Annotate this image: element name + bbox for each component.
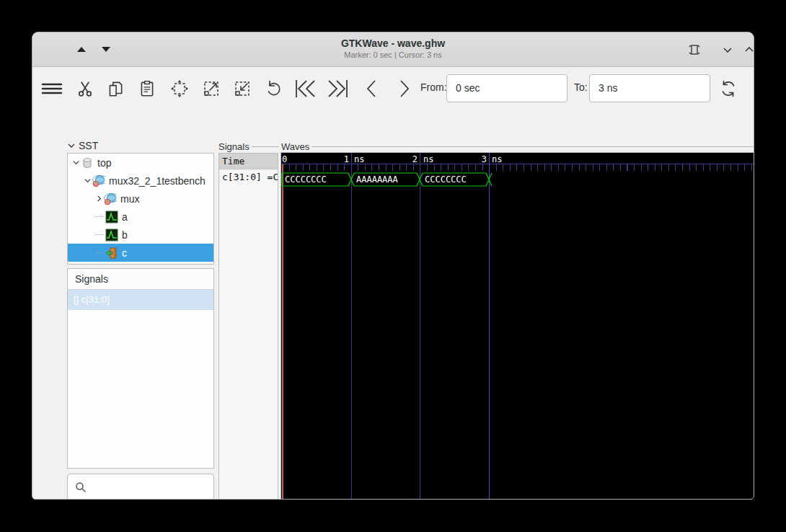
window-subtitle: Marker: 0 sec | Cursor: 3 ns <box>32 50 754 61</box>
tree-item-label: c <box>122 247 127 259</box>
prev-edge-button[interactable] <box>360 76 384 101</box>
from-label: From: <box>420 81 447 93</box>
chevron-left-icon <box>363 78 381 99</box>
zoom-fit-button[interactable] <box>167 76 192 101</box>
chevron-down-icon <box>67 141 76 150</box>
undo-button[interactable] <box>262 76 286 101</box>
zoom-fit-icon <box>169 79 190 99</box>
skip-to-end-icon <box>325 78 350 99</box>
skip-to-end-button[interactable] <box>325 76 350 101</box>
grid-line-1ns <box>351 153 352 500</box>
tree-item-label: a <box>122 211 128 223</box>
waves-panel: 0 1 ns 2 ns 3 ns CCCCCCCC AAAAAAAA CCCCC… <box>281 152 754 500</box>
skip-to-start-icon <box>293 78 318 99</box>
skip-to-start-button[interactable] <box>293 76 318 101</box>
bus-waveform-c[interactable]: CCCCCCCC AAAAAAAA CCCCCCCC <box>281 172 754 187</box>
hierarchy-top-icon <box>81 156 94 169</box>
signal-name-row[interactable]: c[31:0] =CCCCCCCC <box>219 169 278 185</box>
signal-search-input[interactable] <box>67 474 214 500</box>
chevron-down-icon <box>721 43 734 56</box>
shade-down-icon[interactable] <box>102 47 110 52</box>
tree-item-testbench[interactable]: mux32_2_1testbench <box>68 172 213 190</box>
tree-item-label: top <box>97 157 111 169</box>
reload-icon <box>718 79 738 99</box>
desktop-background: GTKWave - wave.ghw Marker: 0 sec | Curso… <box>0 0 786 532</box>
shade-up-icon[interactable] <box>77 47 86 52</box>
maximize-button[interactable] <box>741 41 754 58</box>
toolbar: From: 0 sec To: 3 ns <box>32 68 754 109</box>
waves-frame-text: Waves <box>281 141 309 152</box>
zoom-out-icon <box>232 79 252 99</box>
bus-value: AAAAAAAA <box>356 174 399 185</box>
sst-expander[interactable]: SST <box>67 139 98 152</box>
undo-icon <box>264 79 284 99</box>
paste-icon <box>138 79 156 98</box>
tree-item-label: mux <box>120 193 139 205</box>
signal-names-column: Time c[31:0] =CCCCCCCC <box>218 153 278 500</box>
cursor-line-3ns <box>489 153 490 500</box>
signals-frame-text: Signals <box>218 141 250 152</box>
marker-line-0s <box>282 164 283 500</box>
expander-open-icon[interactable] <box>71 158 81 168</box>
tree-item-label: mux32_2_1testbench <box>109 175 206 187</box>
frame-rule <box>252 146 279 147</box>
paste-button[interactable] <box>135 76 159 101</box>
cut-button[interactable] <box>73 76 97 101</box>
signals-frame-label: Signals <box>218 141 279 152</box>
expander-open-icon[interactable] <box>82 176 92 186</box>
cut-icon <box>76 79 94 98</box>
tree-connector <box>95 216 104 217</box>
chevron-right-icon <box>394 78 413 99</box>
minimize-button[interactable] <box>719 41 736 58</box>
wave-canvas[interactable]: 0 1 ns 2 ns 3 ns CCCCCCCC AAAAAAAA CCCCC… <box>281 153 754 500</box>
tree-connector <box>95 234 104 235</box>
ruler-tick-num: 2 <box>400 154 418 164</box>
copy-icon <box>106 79 125 98</box>
search-icon <box>75 482 87 493</box>
tree-item-a[interactable]: a <box>68 208 213 226</box>
fullscreen-button[interactable] <box>686 41 703 58</box>
reload-button[interactable] <box>716 76 741 101</box>
ruler-tick-num: 1 <box>332 154 349 164</box>
waves-frame-label: Waves <box>281 141 754 152</box>
signals-list-header: Signals <box>68 269 213 290</box>
signals-list-item[interactable]: [] c[31:0] <box>68 290 213 310</box>
title-bar[interactable]: GTKWave - wave.ghw Marker: 0 sec | Curso… <box>32 32 754 67</box>
module-icon <box>92 174 105 187</box>
gtkwave-window: GTKWave - wave.ghw Marker: 0 sec | Curso… <box>32 32 754 500</box>
timeline-ticks <box>282 164 754 171</box>
module-icon <box>104 192 117 205</box>
window-title: GTKWave - wave.ghw <box>32 37 754 50</box>
sst-label: SST <box>79 140 98 151</box>
ruler-tick-num: 3 <box>469 154 487 164</box>
port-out-icon <box>105 247 118 260</box>
wave-signal-icon <box>105 229 118 241</box>
sst-tree: top mux32_2_1testbench <box>67 153 214 265</box>
bus-value: CCCCCCCC <box>285 174 327 185</box>
chevron-up-icon <box>743 43 754 56</box>
ruler-tick-unit: ns <box>354 154 364 164</box>
tree-item-mux[interactable]: mux <box>68 190 213 208</box>
ruler-origin: 0 <box>282 154 287 164</box>
tree-item-label: b <box>122 229 128 241</box>
tree-item-c[interactable]: c <box>68 244 213 262</box>
next-edge-button[interactable] <box>392 76 416 101</box>
time-header[interactable]: Time <box>219 154 278 169</box>
to-label: To: <box>574 81 588 93</box>
frame-rule <box>312 146 754 147</box>
to-input[interactable]: 3 ns <box>589 74 710 102</box>
menu-icon <box>40 80 63 97</box>
zoom-out-button[interactable] <box>230 76 255 101</box>
tree-item-top[interactable]: top <box>68 154 213 172</box>
tree-connector <box>95 252 104 253</box>
copy-button[interactable] <box>103 76 128 101</box>
grid-line-2ns <box>420 153 420 500</box>
zoom-in-button[interactable] <box>199 76 224 101</box>
wave-signal-icon <box>105 210 118 223</box>
from-input[interactable]: 0 sec <box>446 74 568 102</box>
tree-item-b[interactable]: b <box>68 226 213 244</box>
menu-button[interactable] <box>40 76 64 101</box>
expander-closed-icon[interactable] <box>94 194 104 204</box>
ruler-tick-unit: ns <box>423 154 433 164</box>
zoom-in-icon <box>201 79 221 99</box>
